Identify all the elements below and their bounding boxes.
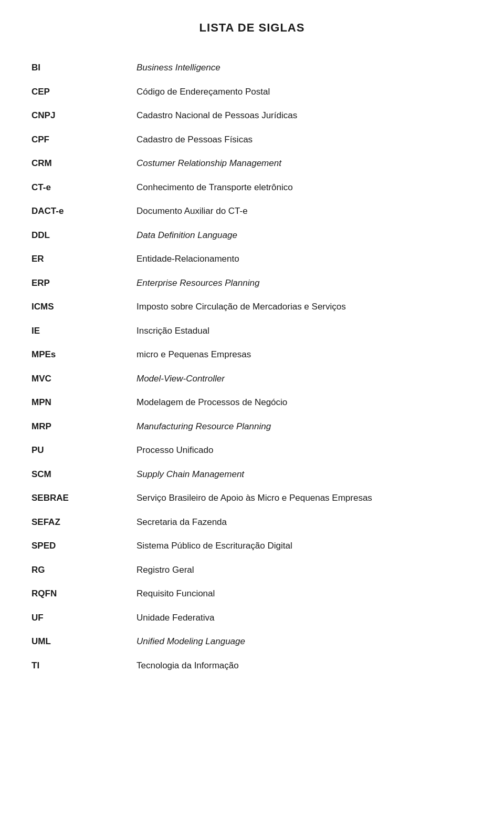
acronym-cell: SEBRAE <box>32 486 136 510</box>
table-row: DACT-eDocumento Auxiliar do CT-e <box>32 199 472 223</box>
table-row: MRPManufacturing Resource Planning <box>32 415 472 439</box>
definition-cell: micro e Pequenas Empresas <box>136 343 472 367</box>
table-row: SCMSupply Chain Management <box>32 462 472 487</box>
acronym-cell: UML <box>32 629 136 654</box>
acronym-cell: MPEs <box>32 343 136 367</box>
definition-cell: Supply Chain Management <box>136 462 472 487</box>
table-row: CT-eConhecimento de Transporte eletrônic… <box>32 175 472 200</box>
definition-cell: Documento Auxiliar do CT-e <box>136 199 472 223</box>
definition-cell: Data Definition Language <box>136 223 472 247</box>
acronym-cell: MVC <box>32 367 136 391</box>
acronym-cell: DACT-e <box>32 199 136 223</box>
table-row: UMLUnified Modeling Language <box>32 629 472 654</box>
acronym-cell: MRP <box>32 415 136 439</box>
definition-cell: Business Intelligence <box>136 56 472 80</box>
definition-cell: Inscrição Estadual <box>136 319 472 343</box>
definition-cell: Sistema Público de Escrituração Digital <box>136 534 472 558</box>
acronym-cell: RQFN <box>32 582 136 606</box>
acronym-cell: IE <box>32 319 136 343</box>
acronym-cell: BI <box>32 56 136 80</box>
table-row: SEBRAEServiço Brasileiro de Apoio às Mic… <box>32 486 472 510</box>
table-row: RGRegistro Geral <box>32 558 472 582</box>
definition-cell: Requisito Funcional <box>136 582 472 606</box>
table-row: SPEDSistema Público de Escrituração Digi… <box>32 534 472 558</box>
acronym-cell: CRM <box>32 151 136 175</box>
acronym-table: BIBusiness IntelligenceCEPCódigo de Ende… <box>32 56 472 677</box>
table-row: TITecnologia da Informação <box>32 654 472 678</box>
acronym-cell: SCM <box>32 462 136 487</box>
definition-cell: Costumer Relationship Management <box>136 151 472 175</box>
acronym-cell: DDL <box>32 223 136 247</box>
definition-cell: Registro Geral <box>136 558 472 582</box>
definition-cell: Model-View-Controller <box>136 367 472 391</box>
acronym-cell: CEP <box>32 80 136 104</box>
table-row: CRMCostumer Relationship Management <box>32 151 472 175</box>
acronym-cell: RG <box>32 558 136 582</box>
acronym-cell: CPF <box>32 128 136 152</box>
table-row: ERPEnterprise Resources Planning <box>32 271 472 295</box>
table-row: MVCModel-View-Controller <box>32 367 472 391</box>
table-row: MPNModelagem de Processos de Negócio <box>32 390 472 415</box>
table-row: EREntidade-Relacionamento <box>32 247 472 271</box>
definition-cell: Unified Modeling Language <box>136 629 472 654</box>
acronym-cell: MPN <box>32 390 136 415</box>
table-row: BIBusiness Intelligence <box>32 56 472 80</box>
table-row: SEFAZSecretaria da Fazenda <box>32 510 472 534</box>
definition-cell: Enterprise Resources Planning <box>136 271 472 295</box>
acronym-cell: CNPJ <box>32 104 136 128</box>
acronym-cell: PU <box>32 438 136 462</box>
table-row: ICMSImposto sobre Circulação de Mercador… <box>32 295 472 319</box>
definition-cell: Modelagem de Processos de Negócio <box>136 390 472 415</box>
acronym-cell: SPED <box>32 534 136 558</box>
acronym-cell: TI <box>32 654 136 678</box>
definition-cell: Conhecimento de Transporte eletrônico <box>136 175 472 200</box>
definition-cell: Cadastro Nacional de Pessoas Jurídicas <box>136 104 472 128</box>
definition-cell: Processo Unificado <box>136 438 472 462</box>
table-row: MPEsmicro e Pequenas Empresas <box>32 343 472 367</box>
table-row: RQFNRequisito Funcional <box>32 582 472 606</box>
table-row: UFUnidade Federativa <box>32 606 472 630</box>
acronym-cell: CT-e <box>32 175 136 200</box>
definition-cell: Manufacturing Resource Planning <box>136 415 472 439</box>
acronym-cell: ER <box>32 247 136 271</box>
definition-cell: Cadastro de Pessoas Físicas <box>136 128 472 152</box>
table-row: CPFCadastro de Pessoas Físicas <box>32 128 472 152</box>
definition-cell: Tecnologia da Informação <box>136 654 472 678</box>
definition-cell: Secretaria da Fazenda <box>136 510 472 534</box>
definition-cell: Imposto sobre Circulação de Mercadorias … <box>136 295 472 319</box>
table-row: DDLData Definition Language <box>32 223 472 247</box>
acronym-cell: ICMS <box>32 295 136 319</box>
acronym-cell: SEFAZ <box>32 510 136 534</box>
definition-cell: Unidade Federativa <box>136 606 472 630</box>
definition-cell: Serviço Brasileiro de Apoio às Micro e P… <box>136 486 472 510</box>
table-row: CEPCódigo de Endereçamento Postal <box>32 80 472 104</box>
table-row: IEInscrição Estadual <box>32 319 472 343</box>
table-row: CNPJCadastro Nacional de Pessoas Jurídic… <box>32 104 472 128</box>
definition-cell: Entidade-Relacionamento <box>136 247 472 271</box>
acronym-cell: ERP <box>32 271 136 295</box>
table-row: PUProcesso Unificado <box>32 438 472 462</box>
definition-cell: Código de Endereçamento Postal <box>136 80 472 104</box>
acronym-cell: UF <box>32 606 136 630</box>
page-title: LISTA DE SIGLAS <box>32 21 472 35</box>
